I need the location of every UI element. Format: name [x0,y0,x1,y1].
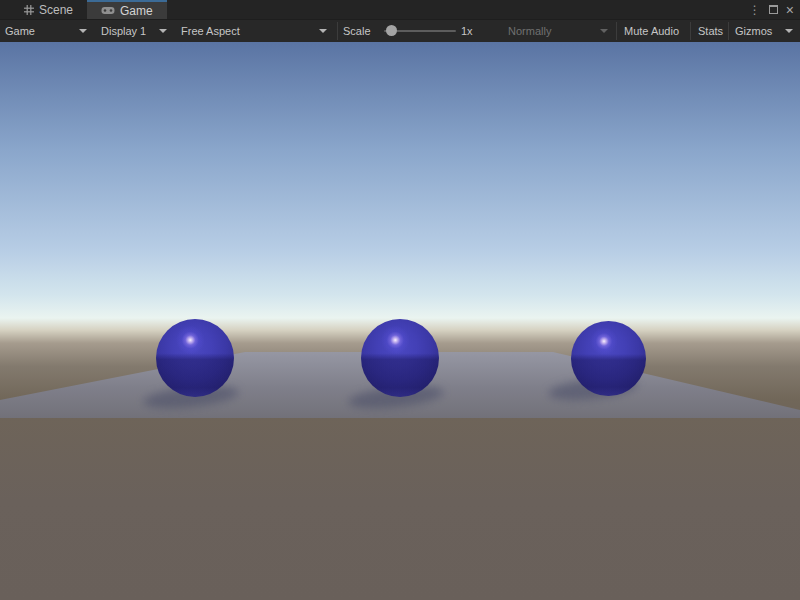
toolbar-separator [728,22,729,40]
tab-scene-label: Scene [39,3,73,17]
gizmos-label: Gizmos [735,25,772,37]
aspect-ratio-dropdown[interactable]: Free Aspect [176,20,332,42]
close-icon[interactable]: × [786,3,794,17]
play-focus-label: Normally [508,25,551,37]
toolbar-separator [337,22,338,40]
tab-game[interactable]: Game [87,0,167,19]
game-render-viewport[interactable] [0,42,800,600]
chevron-down-icon [79,29,87,33]
window-controls: ⋮ × [749,0,798,19]
sphere-2 [361,319,439,397]
kebab-menu-icon[interactable]: ⋮ [749,4,761,16]
tab-game-label: Game [120,4,153,18]
unity-game-view-window: Scene Game ⋮ × Game Display 1 Free Aspec… [0,0,800,600]
tab-scene[interactable]: Scene [0,0,87,19]
display-source-label: Game [5,25,35,37]
scale-label: Scale [343,20,371,42]
play-focus-dropdown: Normally [503,20,613,42]
stats-button[interactable]: Stats [692,20,729,42]
chevron-down-icon [600,29,608,33]
display-source-dropdown[interactable]: Game [0,20,92,42]
tab-bar: Scene Game ⋮ × [0,0,800,19]
sphere-3 [571,321,646,396]
slider-knob[interactable] [386,25,397,36]
maximize-icon[interactable] [769,5,778,14]
grid-icon [24,5,34,15]
gizmos-dropdown[interactable]: Gizmos [730,20,798,42]
chevron-down-icon [159,29,167,33]
chevron-down-icon [319,29,327,33]
scale-value: 1x [461,20,473,42]
game-view-toolbar: Game Display 1 Free Aspect Scale 1x Norm… [0,19,800,42]
scale-slider[interactable] [384,20,456,42]
toolbar-separator [690,22,691,40]
display-target-dropdown[interactable]: Display 1 [96,20,172,42]
gamepad-icon [101,6,115,15]
aspect-ratio-label: Free Aspect [181,25,240,37]
chevron-down-icon [785,29,793,33]
display-target-label: Display 1 [101,25,146,37]
mute-audio-button[interactable]: Mute Audio [618,20,685,42]
toolbar-separator [616,22,617,40]
sphere-1 [156,319,234,397]
